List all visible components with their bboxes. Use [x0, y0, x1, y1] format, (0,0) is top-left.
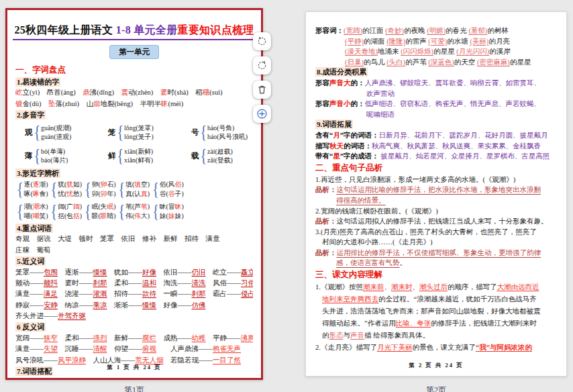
document-manager-canvas: 25秋四年级上册语文 1-8 单元全册重要知识点梳理 第一单元 一、字词盘点1.… [0, 0, 573, 392]
text-line: 的形态与声音描 绘得形象而具体。 [315, 330, 557, 342]
text-line: 2.宽阔的钱塘江横卧在眼前。(《观潮》) [315, 206, 557, 217]
similar-char-row: {逐(逐渐)啄(啄食){犹(犹如)忧(忧愁){卵(卵石)卯(卯年){填(填空)真… [15, 179, 253, 201]
page1-caption: 第1页 [5, 385, 263, 392]
text-line: 得颤动起来。”作者运用比喻、夸张的修辞手法，把钱塘江大潮到来时 [315, 317, 557, 330]
brace-glyph: { [85, 203, 91, 221]
similar-char-group: {俗(风俗)谷(谷子) [152, 180, 184, 199]
text-line: 品析：运用排比的修辞手法，不仅使描写细腻、形象生动，更增强了韵律 [315, 248, 557, 258]
rotate-cw-icon [256, 60, 268, 71]
text-line: 6 反义词 [15, 322, 253, 332]
text-line: 品析：这句话运用比喻的修辞手法，把水浪比作水墙，形象地突出水浪翻 [315, 185, 557, 195]
text-line: 一、字词盘点 [15, 64, 253, 77]
document-page-2[interactable]: 形容词：(宽阔)的江面 (奇妙)的夜晚 (明媚)的春光 (葱郁)的树林(平静)的… [305, 11, 567, 377]
text-line: 形容声音小的：低声细语、窃窃私语、鸦雀无声、悄无声息、声若蚊蝇、 [315, 99, 557, 109]
text-line: (归巢)的鸟儿 (头白)的芦苇 (深蓝色)的天空 (密密麻麻)的星星 [315, 57, 557, 68]
text-line: 带有“星”字的成语： 披星戴月、灿若星河、众星捧月、星罗棋布、吉星高照 [315, 151, 557, 162]
text-line: 1.再近些，只见白浪翻滚，形成一堵两丈多高的水墙。(《观潮》) [315, 175, 557, 185]
brace-glyph: { [34, 147, 41, 165]
page2-caption: 第2页 [305, 385, 567, 392]
text-line: 地到来至奔腾西去的全过程。“浪潮越来越近，犹如千万匹白色战马齐 [315, 293, 557, 305]
text-line: 屹立(yì) 昂首(áng) 鼎沸(dǐng) 震动(zhèn) 霎时(shà)… [15, 87, 253, 98]
polyphone-group: 观{guān(观潮)guàn(道观) [25, 124, 108, 142]
page1-footer: 第 1 页 共 24 页 [7, 364, 261, 372]
rotate-right-button[interactable] [253, 56, 271, 75]
text-line: 呢喃细语 [315, 109, 557, 120]
text-line: 3.形近字辨析 [15, 168, 253, 179]
text-line: 二、重点句子品析 [315, 162, 557, 175]
text-line: 庄稼 葡萄 [15, 245, 253, 256]
brace-glyph: { [119, 203, 125, 221]
rotate-ccw-icon [256, 36, 268, 47]
text-line: 村间的大道和小路……(《走月亮》) [315, 237, 557, 248]
trash-icon [256, 84, 268, 95]
text-line: 1.易读错的字 [15, 77, 253, 87]
brace-glyph: { [34, 124, 41, 142]
brace-glyph: { [119, 181, 125, 199]
page-title: 25秋四年级上册语文 1-8 单元全册重要知识点梳理 [11, 23, 257, 40]
text-line: 宽阔——狭窄 柔和——强烈 新鲜——腐烂 成熟——幼稚 平静——沸腾 [15, 333, 253, 344]
text-line: 2.《走月亮》描写了月光下美丽的景色，课文充满了“我”与阿妈浓浓的 [315, 342, 557, 354]
page1-content: 一、字词盘点1.易读错的字屹立(yì) 昂首(áng) 鼎沸(dǐng) 震动(… [7, 64, 261, 377]
similar-char-group: {苇(芦苇)伟(伟大) [119, 202, 150, 221]
brace-glyph: { [17, 203, 23, 221]
text-line: 描写秋天的词语：秋高气爽、秋风萧瑟、秋风送爽、果实累累、金桂飘香 [315, 141, 557, 152]
polyphone-row: 薄{bó(单薄)báo(薄片)鲜{xiān(新鲜)xiǎn(鲜有)载{zài(超… [15, 144, 253, 168]
add-button[interactable] [253, 105, 271, 123]
similar-char-group: {卵(卵石)卯(卯年) [85, 180, 116, 199]
text-line: 品析：这句话运用拟人的修辞手法，把钱塘江当成人来写，十分形象有趣。 [315, 216, 557, 227]
text-line: (平静)的湖面 (隆隆)的雷声 (可爱)的水塘 (美丽)的月亮 [315, 36, 557, 47]
similar-char-group: {填(填空)真(认真) [119, 180, 150, 199]
text-line: 形容词：(宽阔)的江面 (奇妙)的夜晚 (明媚)的春光 (葱郁)的树林 [315, 26, 557, 36]
polyphone-group: 笼{lǒng(笼罩)lóng(笼子) [108, 124, 191, 142]
brace-glyph: { [201, 124, 207, 142]
polyphone-group: 鲜{xiān(新鲜)xiǎn(鲜有) [108, 147, 191, 165]
page2-footer: 第 2 页 共 24 页 [306, 362, 566, 370]
rotate-left-button[interactable] [253, 32, 271, 50]
similar-char-group: {昧(冒昧)妹(妹妹) [152, 202, 184, 221]
text-line: 颤动——颤抖 霎时——刹那 柔和——温和 淘洗——清洗 风俗——习俗 [15, 278, 253, 289]
text-line: (漫天卷地)地涌来 (闪闪烁烁)的星星 (月光闪闪)的溪岸 [315, 46, 557, 57]
text-line: 感，使语言富有气势。 [315, 258, 557, 268]
text-line: 形容声音大的：人声鼎沸、锣鼓喧天、震耳欲聋、响彻云霄、如雷贯耳、 [315, 78, 557, 89]
text-line: 2.多音字 [15, 109, 253, 120]
brace-glyph: { [117, 147, 124, 165]
polyphone-group: 薄{bó(单薄)báo(薄片) [25, 147, 108, 165]
unit-badge-row: 第一单元 [7, 45, 261, 59]
document-page-1[interactable]: 25秋四年级上册语文 1-8 单元全册重要知识点梳理 第一单元 一、字词盘点1.… [5, 8, 263, 380]
brace-glyph: { [152, 181, 159, 199]
text-line: 静寂——安静 纳凉——乘凉 渐渐——慢慢 好像——仿佛 [15, 300, 253, 311]
text-line: 头并进，浩浩荡荡地飞奔而来；那声音如同山崩地裂，好像大地都被震 [315, 305, 557, 317]
page2-content: 形容词：(宽阔)的江面 (奇妙)的夜晚 (明媚)的春光 (葱郁)的树林(平静)的… [306, 12, 566, 354]
text-line: 镀金(dù) 坠落(zhuì) 山崩地裂(bēng) 半明半昧(mèi) [15, 99, 253, 109]
similar-char-group: {逐(逐渐)啄(啄食) [17, 180, 48, 199]
brace-glyph: { [51, 181, 58, 199]
text-line: 1.《观潮》按照潮来前、潮来时、潮头过后的顺序，描写了大潮由远而近 [315, 281, 557, 293]
brace-glyph: { [17, 181, 23, 199]
delete-page-button[interactable] [253, 81, 271, 99]
text-line: 三、课文内容理解 [315, 268, 557, 281]
polyphone-group: 载{zài(超载)zǎi(登载) [191, 147, 233, 165]
brace-glyph: { [51, 203, 58, 221]
unit-badge: 第一单元 [109, 45, 159, 59]
brace-glyph: { [201, 147, 207, 165]
brace-glyph: { [85, 181, 91, 199]
text-line: 满意——失望 沉睡——清醒 仰望——俯视 人声鼎沸——鸦雀无声 [15, 344, 253, 354]
text-line: 满意——满足 浇灌——灌溉 招待——款待 一瞬——刹那 霸占——侵占 [15, 289, 253, 299]
text-line: 9.词语拓展 [315, 119, 557, 130]
text-line: 5.近义词 [15, 256, 253, 266]
page-title-text: 25秋四年级上册语文 1-8 单元全册重要知识点梳理 [13, 23, 255, 40]
text-line: 欢声雷动 [315, 89, 557, 99]
similar-char-group: {眠(失眠)眼(眼睛) [85, 202, 116, 221]
brace-glyph: { [117, 124, 124, 142]
text-line: 3.(月亮)照亮了高高的点苍山，照亮了村头的大青树，也照亮了，照亮了 [315, 227, 557, 238]
text-line: 含有“月”字的词语：日新月异、花前月下、蹉跎岁月、花好月圆、披星戴月 [315, 130, 557, 141]
text-line: 奇观 据说 大堤 顿时 笼罩 依旧 修补 新鲜 招待 满意 [15, 234, 253, 244]
brace-glyph: { [152, 203, 159, 221]
text-line: 8.成语分类积累 [315, 67, 557, 78]
similar-char-group: {潮(潮水)嘲(嘲笑) [17, 202, 48, 221]
text-line: 得很高的情景。 [315, 195, 557, 206]
text-line: 齐头并进——并驾齐驱 [15, 311, 253, 322]
similar-char-row: {潮(潮水)嘲(嘲笑){阔(广阔)括(包括){眠(失眠)眼(眼睛){苇(芦苇)伟… [15, 201, 253, 223]
polyphone-group: 号{hào(号角)háo(风号浪吼) [191, 124, 248, 142]
text-line: 4.重点词语 [15, 223, 253, 234]
